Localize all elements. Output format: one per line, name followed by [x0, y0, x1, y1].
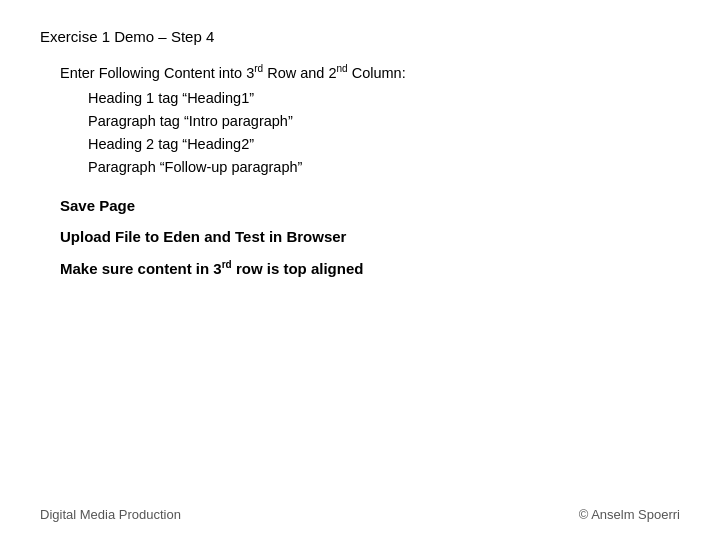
instruction-text-2: Row and 2: [263, 65, 336, 81]
make-sure-sup: rd: [222, 259, 232, 270]
make-sure-prefix: Make sure content in 3: [60, 260, 222, 277]
page-title: Exercise 1 Demo – Step 4: [40, 28, 680, 45]
indent-line-2: Paragraph tag “Intro paragraph”: [88, 110, 680, 133]
save-page-text: Save Page: [60, 197, 135, 214]
make-sure-suffix: row is top aligned: [232, 260, 364, 277]
footer: Digital Media Production © Anselm Spoerr…: [40, 507, 680, 522]
instruction-line: Enter Following Content into 3rd Row and…: [60, 61, 680, 85]
sup-rd: rd: [254, 63, 263, 74]
save-page-section: Save Page: [40, 197, 680, 214]
content-block: Enter Following Content into 3rd Row and…: [40, 61, 680, 179]
indent-line-1: Heading 1 tag “Heading1”: [88, 87, 680, 110]
upload-text: Upload File to Eden and Test in Browser: [60, 228, 346, 245]
indent-line-4: Paragraph “Follow-up paragraph”: [88, 156, 680, 179]
sup-nd: nd: [337, 63, 348, 74]
upload-section: Upload File to Eden and Test in Browser: [40, 228, 680, 245]
instruction-text-3: Column:: [348, 65, 406, 81]
indent-line-3: Heading 2 tag “Heading2”: [88, 133, 680, 156]
indent-block: Heading 1 tag “Heading1” Paragraph tag “…: [60, 87, 680, 180]
make-sure-section: Make sure content in 3rd row is top alig…: [40, 259, 680, 277]
footer-right: © Anselm Spoerri: [579, 507, 680, 522]
footer-left: Digital Media Production: [40, 507, 181, 522]
main-container: Exercise 1 Demo – Step 4 Enter Following…: [0, 0, 720, 311]
instruction-text: Enter Following Content into 3: [60, 65, 254, 81]
make-sure-text: Make sure content in 3rd row is top alig…: [60, 260, 363, 277]
